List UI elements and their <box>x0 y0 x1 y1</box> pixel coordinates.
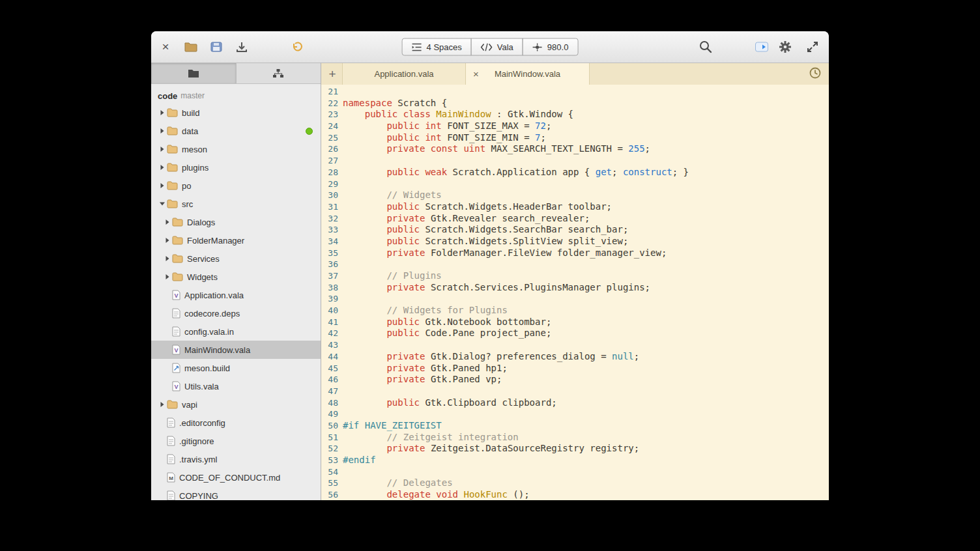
close-window-button[interactable]: × <box>156 38 175 56</box>
line-number: 32 <box>321 213 338 225</box>
goto-line-button[interactable]: 980.0 <box>523 38 579 56</box>
sidebar-item-travis-yml[interactable]: .travis.yml <box>151 450 321 468</box>
sidebar-tab-outline[interactable] <box>236 63 321 83</box>
folder-icon <box>172 218 183 227</box>
language-button[interactable]: Vala <box>471 38 523 56</box>
sidebar-item-editorconfig[interactable]: .editorconfig <box>151 414 321 432</box>
project-name: code <box>158 91 177 101</box>
tab-label: Application.vala <box>374 69 433 79</box>
sidebar-item-dialogs[interactable]: Dialogs <box>151 213 321 231</box>
code-token: Code.Pane project_pane; <box>420 328 551 338</box>
code-text: private Gtk.Paned vp; <box>343 374 502 386</box>
save-as-button[interactable] <box>207 37 226 57</box>
tab-width-button[interactable]: 4 Spaces <box>402 38 472 56</box>
code-token <box>343 236 386 246</box>
code-token: private <box>386 443 425 453</box>
sidebar-item-meson[interactable]: meson <box>151 140 321 158</box>
expander-closed-icon[interactable] <box>163 219 172 225</box>
tab-application-vala[interactable]: Application.vala <box>342 63 466 85</box>
revert-button[interactable] <box>287 37 307 57</box>
code-token: private <box>386 363 425 373</box>
sidebar-item-code-of-conduct-md[interactable]: MCODE_OF_CONDUCT.md <box>151 468 321 487</box>
line-number: 53 <box>321 455 338 466</box>
code-token: Zeitgeist.DataSourceRegistry registry; <box>425 443 639 453</box>
search-button[interactable] <box>696 37 715 57</box>
expander-closed-icon[interactable] <box>158 164 167 171</box>
sidebar-item-plugins[interactable]: plugins <box>151 158 321 177</box>
item-label: .editorconfig <box>179 418 225 428</box>
code-token <box>343 109 365 119</box>
close-tab-button[interactable]: × <box>473 68 479 79</box>
code-token: Gtk.Dialog? preferences_dialog = <box>425 351 612 361</box>
sidebar-tab-files[interactable] <box>151 63 236 83</box>
sidebar-item-vapi[interactable]: vapi <box>151 395 321 414</box>
download-button[interactable] <box>232 37 252 57</box>
sidebar-item-utils-vala[interactable]: VUtils.vala <box>151 377 321 395</box>
expander-open-icon[interactable] <box>158 201 167 207</box>
project-tree: code master builddatamesonpluginsposrcDi… <box>151 84 321 500</box>
line-number: 39 <box>321 293 338 305</box>
vcs-status-badge <box>306 128 313 135</box>
project-root[interactable]: code master <box>151 88 321 104</box>
share-button[interactable] <box>752 37 771 57</box>
code-token: // Widgets for Plugins <box>386 305 507 315</box>
sidebar-item-build[interactable]: build <box>151 104 321 122</box>
line-number: 55 <box>321 477 338 489</box>
sidebar-item-data[interactable]: data <box>151 122 321 140</box>
code-line: 43 <box>321 339 829 351</box>
code-token <box>343 374 386 384</box>
item-label: .travis.yml <box>179 455 218 464</box>
fullscreen-button[interactable] <box>803 37 822 57</box>
sidebar-item-widgets[interactable]: Widgets <box>151 268 321 286</box>
expander-closed-icon[interactable] <box>158 109 167 116</box>
item-label: data <box>182 126 198 136</box>
sidebar-item-application-vala[interactable]: VApplication.vala <box>151 286 321 304</box>
item-label: config.vala.in <box>184 327 234 337</box>
item-label: vapi <box>182 400 197 410</box>
line-number: 38 <box>321 282 338 294</box>
folder-icon <box>167 145 178 154</box>
line-number: 27 <box>321 155 338 167</box>
code-area[interactable]: 2122namespace Scratch {23 public class M… <box>321 85 829 500</box>
sidebar-item-config-vala-in[interactable]: config.vala.in <box>151 322 321 341</box>
tab-indent-icon <box>412 42 422 51</box>
expander-closed-icon[interactable] <box>158 128 167 134</box>
headerbar[interactable]: × 4 SpacesVala980.0 <box>151 31 829 63</box>
code-token: FONT_SIZE_MIN = <box>442 132 535 143</box>
expander-closed-icon[interactable] <box>158 182 167 189</box>
expander-closed-icon[interactable] <box>163 274 172 280</box>
open-folder-button[interactable] <box>181 37 201 57</box>
code-token: public weak <box>386 167 447 177</box>
sidebar-item-mainwindow-vala[interactable]: VMainWindow.vala <box>151 341 321 359</box>
code-token <box>343 247 386 258</box>
tab-mainwindow-vala[interactable]: ×MainWindow.vala <box>466 63 590 85</box>
expander-closed-icon[interactable] <box>163 255 172 262</box>
code-token: : Gtk.Window { <box>491 109 573 119</box>
expander-closed-icon[interactable] <box>158 146 167 152</box>
code-token: get <box>596 167 612 177</box>
settings-button[interactable] <box>775 37 795 57</box>
new-tab-button[interactable]: + <box>323 63 342 85</box>
line-number: 50 <box>321 420 338 432</box>
code-token: private <box>386 282 425 292</box>
settings-icon <box>778 40 792 54</box>
sidebar-item-src[interactable]: src <box>151 195 321 213</box>
sidebar-item-codecore-deps[interactable]: codecore.deps <box>151 304 321 322</box>
code-token: public <box>386 224 420 234</box>
expander-closed-icon[interactable] <box>158 401 167 408</box>
code-line: 29 <box>321 178 829 190</box>
history-button[interactable] <box>804 63 826 83</box>
line-number: 40 <box>321 305 338 317</box>
code-text: private FolderManager.FileView folder_ma… <box>343 247 667 259</box>
code-token <box>343 489 386 500</box>
text-file-icon <box>167 454 175 464</box>
markdown-file-icon: M <box>167 472 175 483</box>
sidebar-item-meson-build[interactable]: meson.build <box>151 359 321 377</box>
sidebar-item-services[interactable]: Services <box>151 249 321 268</box>
sidebar-item-po[interactable]: po <box>151 177 321 195</box>
item-label: src <box>182 199 193 209</box>
sidebar-item-copying[interactable]: COPYING <box>151 487 321 500</box>
expander-closed-icon[interactable] <box>163 237 172 244</box>
sidebar-item-gitignore[interactable]: .gitignore <box>151 432 321 450</box>
sidebar-item-foldermanager[interactable]: FolderManager <box>151 231 321 249</box>
